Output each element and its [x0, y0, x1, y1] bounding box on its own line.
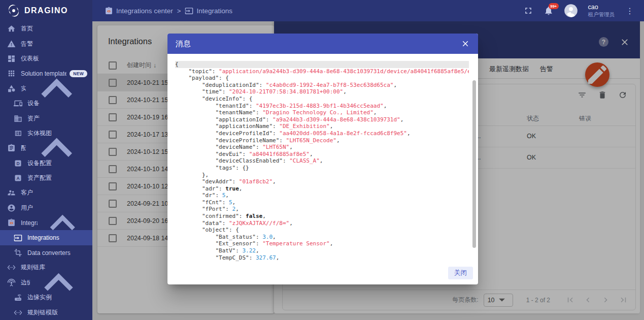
- sidebar-item-profiles[interactable]: 配置: [0, 141, 92, 155]
- entity-icon: [7, 84, 16, 93]
- asset-icon: [14, 114, 22, 123]
- sidebar-item-edge-instances[interactable]: 边缘实例: [0, 290, 92, 305]
- dragino-app: DRAGINO 首页告警仪表板Solution templatesNEW实体设备…: [0, 0, 644, 320]
- breadcrumb-integrations[interactable]: Integrations: [185, 7, 232, 15]
- dialog-title: 消息: [176, 39, 191, 49]
- sidebar-nav: 首页告警仪表板Solution templatesNEW实体设备资产实体视图配置…: [0, 21, 92, 320]
- avatar-icon: [564, 4, 578, 18]
- breadcrumb: Integrations center > Integrations: [92, 7, 232, 15]
- sidebar-item-device-profiles[interactable]: D设备配置: [0, 156, 92, 171]
- sidebar-item-label: 边缘实例: [27, 293, 52, 302]
- json-code-viewer[interactable]: { "topic": "application/a9a244b3-d309-44…: [175, 61, 469, 261]
- code-line: "BatV": 3.22,: [175, 247, 469, 254]
- code-line: "tenantId": "4197ec3b-215d-4883-9bf1-4b3…: [175, 103, 469, 110]
- edge-icon: [7, 278, 16, 287]
- more-menu-icon[interactable]: ⋮: [625, 6, 635, 16]
- avatar[interactable]: [564, 4, 578, 18]
- code-line: },: [175, 172, 469, 179]
- entity-view-icon: [14, 129, 22, 138]
- code-line: "Bat_status": 3.0,: [175, 234, 469, 241]
- notifications-button[interactable]: 99+: [544, 6, 554, 16]
- dragino-swirl-icon: [7, 4, 20, 17]
- dialog-close-icon[interactable]: [461, 39, 470, 48]
- code-line: "data": "zJQKxAJTAX//f/8=",: [175, 220, 469, 227]
- input-icon: [14, 234, 22, 242]
- code-line: "adr": true,: [175, 185, 469, 193]
- devices-icon: [14, 99, 22, 108]
- router-icon: [14, 293, 22, 302]
- close-button[interactable]: 关闭: [448, 267, 473, 279]
- scrollbar-thumb[interactable]: [472, 80, 476, 248]
- sidebar-item-label: 首页: [21, 24, 33, 33]
- code-line: "Ext_sensor": "Temperature Sensor",: [175, 240, 469, 247]
- code-line: "deviceInfo": {: [175, 95, 469, 103]
- letterD-icon: D: [14, 159, 22, 168]
- sidebar-item-asset-profiles[interactable]: A资产配置: [0, 171, 92, 185]
- sidebar-item-rule-chain-templates[interactable]: 规则链模版: [0, 305, 92, 319]
- sidebar-item-devices[interactable]: 设备: [0, 96, 92, 111]
- brand-name: DRAGINO: [24, 6, 68, 15]
- sidebar-item-label: 边缘管理: [21, 278, 30, 287]
- rule-chain-icon: [14, 308, 22, 317]
- svg-text:D: D: [16, 161, 19, 166]
- sidebar-item-integrations[interactable]: Integrations: [0, 230, 92, 245]
- code-line: "dr": 5,: [175, 192, 469, 199]
- integration-icon: [7, 218, 16, 227]
- code-scrollbar: [472, 80, 476, 255]
- dashboard-icon: [7, 54, 16, 63]
- code-line: "tags": {}: [175, 165, 469, 172]
- customers-icon: [7, 188, 16, 197]
- letterA-icon: A: [14, 174, 22, 182]
- code-line: "deviceProfileId": "aa4020dd-0058-4a1a-8…: [175, 130, 469, 137]
- sidebar-item-label: 配置: [21, 144, 26, 152]
- sidebar-item-label: 客户: [21, 188, 33, 197]
- code-line: "TempC_DS": 327.67,: [175, 254, 469, 261]
- brand-logo[interactable]: DRAGINO: [0, 0, 92, 21]
- user-menu[interactable]: cao 租户管理员: [588, 4, 615, 18]
- code-line: "tenantName": "Dragino Technology Co., L…: [175, 109, 469, 116]
- code-line: "confirmed": false,: [175, 213, 469, 220]
- topbar: Integrations center > Integrations 99+ c…: [92, 0, 644, 21]
- code-line: "deviceName": "LHT65N",: [175, 144, 469, 151]
- sidebar-item-label: 用户: [21, 204, 33, 212]
- home-icon: [7, 24, 16, 33]
- sidebar-item-alarms[interactable]: 告警: [0, 36, 92, 51]
- integration-icon: [105, 7, 113, 15]
- breadcrumb-integrations-center[interactable]: Integrations center: [105, 7, 173, 15]
- input-icon: [185, 7, 193, 15]
- user-icon: [7, 204, 16, 212]
- code-line: "devEui": "a84041f6885af8e5",: [175, 151, 469, 158]
- code-line: "deduplicationId": "c4ab0cd9-1992-4ea7-b…: [175, 82, 469, 89]
- sidebar-item-label: Integrations: [27, 234, 59, 241]
- sidebar-item-label: 设备配置: [27, 159, 52, 168]
- sidebar-item-label: 告警: [21, 40, 33, 48]
- sidebar-item-integrations-center[interactable]: Integrations center: [0, 215, 92, 230]
- warning-icon: [7, 40, 16, 48]
- dialog-body: { "topic": "application/a9a244b3-d309-44…: [167, 54, 478, 261]
- code-line: "fCnt": 5,: [175, 199, 469, 206]
- code-line: "deviceClassEnabled": "CLASS_A",: [175, 157, 469, 165]
- code-line: "applicationId": "a9a244b3-d309-444a-8e6…: [175, 116, 469, 123]
- sidebar-item-label: 规则链模版: [27, 308, 58, 317]
- sidebar-item-edge-management[interactable]: 边缘管理: [0, 275, 92, 290]
- sidebar-item-label: 设备: [27, 99, 40, 108]
- sidebar-item-entities[interactable]: 实体: [0, 81, 92, 96]
- sidebar: DRAGINO 首页告警仪表板Solution templatesNEW实体设备…: [0, 0, 92, 320]
- topbar-actions: 99+ cao 租户管理员 ⋮: [523, 4, 644, 18]
- breadcrumb-separator: >: [177, 7, 181, 15]
- user-name: cao: [588, 4, 615, 11]
- code-line: "object": {: [175, 227, 469, 234]
- code-line: "time": "2024-10-21T07:58:34.801781+00:0…: [175, 88, 469, 95]
- sidebar-item-label: 资产配置: [27, 174, 52, 182]
- svg-text:A: A: [16, 176, 19, 181]
- dialog-header: 消息: [167, 34, 478, 54]
- dialog-footer: 关闭: [167, 261, 478, 284]
- code-line: "deviceProfileName": "LHT65N_Decode",: [175, 137, 469, 144]
- code-line: "fPort": 2,: [175, 206, 469, 213]
- code-line: {: [175, 61, 469, 68]
- transform-icon: [14, 248, 22, 257]
- user-role: 租户管理员: [588, 11, 615, 18]
- sidebar-item-home[interactable]: 首页: [0, 21, 92, 36]
- sidebar-item-label: Integrations center: [21, 219, 38, 227]
- fullscreen-icon[interactable]: [523, 6, 533, 16]
